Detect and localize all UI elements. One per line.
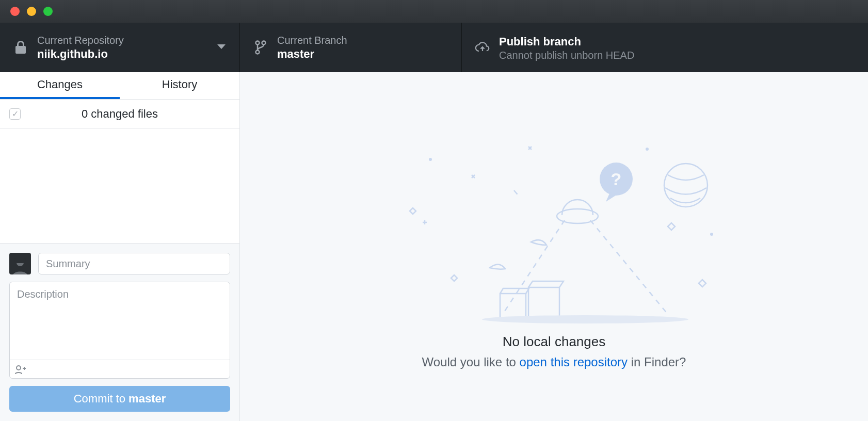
- app-toolbar: Current Repository niik.github.io Curren…: [0, 23, 868, 72]
- select-all-checkbox[interactable]: ✓: [9, 108, 21, 120]
- window-titlebar: [0, 0, 868, 23]
- publish-branch-button[interactable]: Publish branch Cannot publish unborn HEA…: [462, 23, 868, 72]
- sidebar-tabs: Changes History: [0, 72, 239, 100]
- empty-prompt-post: in Finder?: [628, 355, 686, 369]
- repo-label: Current Repository: [37, 35, 124, 46]
- open-repository-link[interactable]: open this repository: [520, 355, 628, 369]
- svg-point-1: [262, 41, 266, 45]
- svg-point-7: [646, 148, 649, 151]
- add-coauthors-button[interactable]: [10, 360, 230, 378]
- svg-point-17: [482, 315, 688, 323]
- svg-rect-4: [14, 258, 26, 263]
- window-minimize-button[interactable]: [27, 7, 36, 16]
- commit-button-branch: master: [128, 392, 166, 405]
- svg-line-14: [590, 220, 668, 314]
- tab-history[interactable]: History: [120, 72, 239, 99]
- cloud-upload-icon: [475, 41, 490, 54]
- sidebar: Changes History ✓ 0 changed files Com: [0, 72, 240, 421]
- svg-point-2: [256, 51, 260, 54]
- publish-sub: Cannot publish unborn HEAD: [499, 50, 634, 61]
- avatar: [9, 253, 31, 274]
- empty-prompt-pre: Would you like to: [422, 355, 520, 369]
- commit-form: Commit to master: [0, 243, 239, 421]
- description-input[interactable]: [10, 282, 230, 360]
- lock-icon: [13, 41, 28, 54]
- window-close-button[interactable]: [10, 7, 20, 16]
- window-maximize-button[interactable]: [43, 7, 53, 16]
- branch-label: Current Branch: [277, 35, 347, 46]
- main-content: ? No local changes Would you: [240, 72, 868, 421]
- commit-button[interactable]: Commit to master: [9, 386, 230, 412]
- svg-rect-16: [528, 287, 559, 318]
- commit-button-prefix: Commit to: [74, 392, 128, 405]
- repo-name: niik.github.io: [37, 47, 124, 61]
- tab-changes[interactable]: Changes: [0, 72, 120, 99]
- git-branch-icon: [253, 40, 268, 55]
- svg-text:?: ?: [610, 169, 621, 189]
- changes-list-empty: [0, 128, 239, 243]
- empty-state-illustration: ?: [368, 139, 740, 325]
- svg-line-13: [503, 220, 565, 314]
- svg-point-5: [17, 366, 21, 370]
- svg-point-9: [664, 164, 708, 207]
- publish-label: Publish branch: [499, 35, 634, 48]
- branch-name: master: [277, 47, 347, 61]
- empty-state-title: No local changes: [503, 334, 605, 350]
- current-repository-dropdown[interactable]: Current Repository niik.github.io: [0, 23, 240, 72]
- summary-input[interactable]: [38, 253, 230, 274]
- changes-header: ✓ 0 changed files: [0, 100, 239, 128]
- svg-point-8: [710, 233, 713, 236]
- empty-state-subtitle: Would you like to open this repository i…: [422, 355, 686, 369]
- svg-point-0: [256, 41, 260, 45]
- description-wrapper: [9, 282, 230, 379]
- svg-rect-15: [500, 294, 526, 318]
- current-branch-dropdown[interactable]: Current Branch master: [240, 23, 462, 72]
- svg-point-6: [429, 158, 432, 161]
- chevron-down-icon: [217, 43, 226, 52]
- changed-files-count: 0 changed files: [30, 107, 210, 121]
